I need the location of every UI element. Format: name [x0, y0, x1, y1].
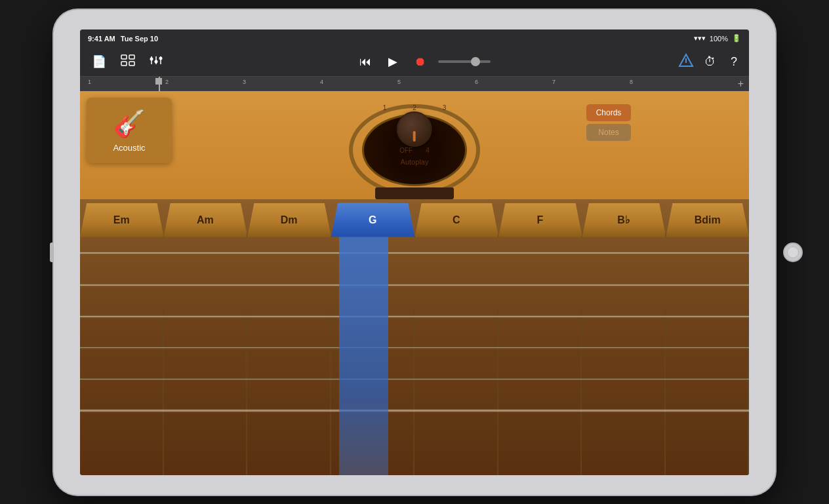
timeline-ruler: 1 2 3 4 5 6 7 8 +: [80, 77, 749, 91]
chord-dm[interactable]: Dm: [247, 203, 331, 237]
autoplay-label: Autoplay: [401, 158, 429, 166]
fret-1: [80, 307, 164, 475]
wifi-icon: ▾▾▾: [694, 34, 706, 43]
fret-2: [164, 307, 248, 475]
ruler-mark-6: 6: [475, 79, 478, 85]
bridge: [375, 187, 454, 199]
mode-toggle: Chords Notes: [586, 104, 631, 141]
ruler-mark-8: 8: [630, 79, 633, 85]
record-icon: ⏺: [415, 55, 426, 68]
svg-rect-2: [129, 55, 134, 59]
fret-8: [666, 307, 750, 475]
fret-lines: [80, 307, 749, 475]
time: 9:41 AM: [88, 35, 115, 43]
ipad-screen: 9:41 AM Tue Sep 10 ▾▾▾ 100% 🔋 📄: [80, 29, 749, 475]
svg-point-7: [150, 57, 153, 60]
new-song-button[interactable]: 📄: [88, 52, 110, 71]
knob-indicator: [413, 131, 416, 142]
ruler-mark-4: 4: [320, 79, 323, 85]
chord-bdim-label: Bdim: [695, 214, 721, 226]
mixer-button[interactable]: [146, 52, 167, 72]
chord-bb[interactable]: B♭: [582, 203, 666, 237]
battery-level: 100%: [710, 35, 728, 43]
chord-bdim[interactable]: Bdim: [666, 203, 749, 237]
instrument-icon: 🎸: [113, 108, 146, 139]
toolbar-right: ⏱ ?: [678, 52, 741, 71]
fret-5: [415, 307, 498, 475]
ruler-mark-1: 1: [88, 79, 91, 85]
chord-am[interactable]: Am: [164, 203, 248, 237]
autoplay-pos-3: 3: [443, 104, 447, 111]
play-icon: ▶: [388, 55, 397, 68]
play-button[interactable]: ▶: [383, 52, 403, 71]
rewind-button[interactable]: ⏮: [354, 52, 376, 71]
notes-button[interactable]: Notes: [586, 124, 631, 141]
add-track-button[interactable]: +: [738, 78, 744, 90]
chord-am-label: Am: [197, 214, 214, 226]
tracks-icon: [121, 54, 135, 69]
svg-point-8: [155, 60, 158, 63]
rewind-icon: ⏮: [359, 55, 371, 68]
toolbar: 📄: [80, 48, 749, 77]
autoplay-off-labels: OFF 4: [399, 147, 430, 154]
ipad-frame: 9:41 AM Tue Sep 10 ▾▾▾ 100% 🔋 📄: [54, 10, 775, 495]
settings-icon: ⏱: [704, 55, 716, 69]
fretboard: [80, 199, 749, 475]
smart-tempo-button[interactable]: [678, 53, 694, 71]
chord-em[interactable]: Em: [80, 203, 164, 237]
autoplay-pos-2: 2: [413, 104, 416, 111]
side-button[interactable]: [50, 242, 54, 262]
guitar-area: 🎸 Acoustic 1 2 3 OFF 4: [80, 91, 749, 475]
volume-thumb: [471, 57, 480, 66]
chord-f[interactable]: F: [498, 203, 582, 237]
chord-g-label: G: [369, 214, 376, 226]
home-button[interactable]: [783, 242, 803, 262]
chord-em-label: Em: [113, 214, 130, 226]
settings-button[interactable]: ⏱: [700, 52, 720, 71]
toolbar-left: 📄: [88, 52, 167, 72]
record-button[interactable]: ⏺: [409, 52, 432, 71]
active-chord-highlight: [339, 203, 388, 475]
chord-f-label: F: [537, 214, 544, 226]
chord-g[interactable]: G: [331, 203, 415, 237]
autoplay-position-labels: 1 2 3: [383, 104, 447, 111]
toolbar-center: ⏮ ▶ ⏺: [167, 52, 678, 71]
svg-point-9: [159, 56, 163, 60]
battery-icon: 🔋: [732, 34, 741, 43]
volume-slider[interactable]: [438, 60, 491, 63]
svg-rect-1: [121, 62, 127, 66]
chord-c[interactable]: C: [415, 203, 499, 237]
main-content: 🎸 Acoustic 1 2 3 OFF 4: [80, 91, 749, 475]
ruler-mark-5: 5: [397, 79, 401, 85]
autoplay-off: OFF: [399, 147, 413, 154]
help-icon: ?: [731, 55, 737, 69]
playhead-marker: [155, 78, 162, 85]
date: Tue Sep 10: [121, 35, 158, 43]
chords-button[interactable]: Chords: [586, 104, 631, 121]
fret-7: [582, 307, 666, 475]
status-right: ▾▾▾ 100% 🔋: [694, 34, 741, 43]
autoplay-knob[interactable]: [397, 111, 432, 147]
ruler-mark-3: 3: [243, 79, 246, 85]
tracks-button[interactable]: [117, 52, 139, 72]
help-button[interactable]: ?: [727, 52, 741, 71]
autoplay-container: 1 2 3 OFF 4 Autoplay: [383, 104, 447, 166]
instrument-name: Acoustic: [113, 143, 145, 153]
autoplay-pos-1: 1: [383, 104, 387, 111]
ruler-mark-7: 7: [552, 79, 556, 85]
smart-tempo-icon: [678, 56, 694, 70]
ruler-mark-2: 2: [165, 79, 169, 85]
status-bar: 9:41 AM Tue Sep 10 ▾▾▾ 100% 🔋: [80, 29, 749, 48]
instrument-thumbnail[interactable]: 🎸 Acoustic: [87, 98, 172, 163]
fret-3: [247, 307, 331, 475]
new-song-icon: 📄: [92, 54, 106, 69]
mixer-icon: [150, 54, 163, 69]
svg-rect-0: [121, 55, 127, 59]
status-left: 9:41 AM Tue Sep 10: [88, 35, 158, 43]
chord-dm-label: Dm: [281, 214, 298, 226]
svg-rect-3: [129, 62, 134, 66]
fret-6: [498, 307, 582, 475]
chord-bb-label: B♭: [617, 214, 630, 226]
chord-c-label: C: [453, 214, 460, 226]
autoplay-pos-4: 4: [426, 147, 430, 154]
